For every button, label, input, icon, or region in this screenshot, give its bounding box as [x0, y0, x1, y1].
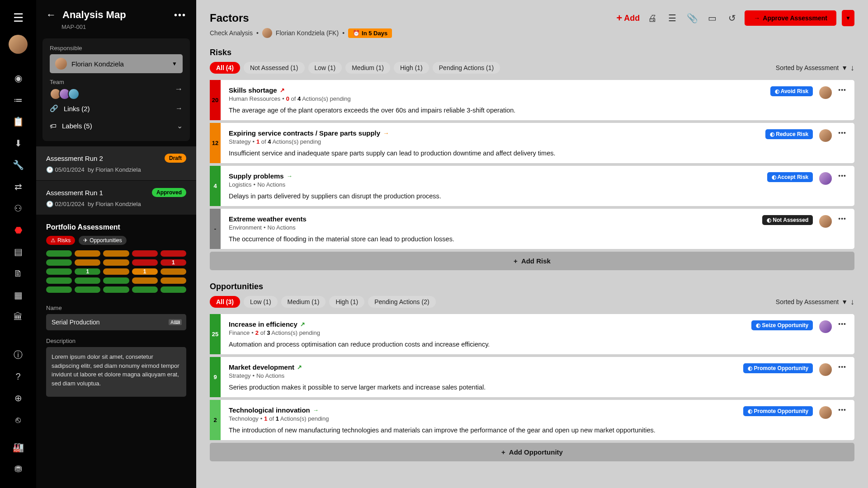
approve-dropdown[interactable]: ▼ — [842, 10, 854, 26]
heatmap-cell[interactable] — [46, 250, 72, 257]
assessment-run[interactable]: Assessment Run 1Approved 🕐 02/01/2024 by… — [36, 181, 196, 215]
help-icon[interactable]: ? — [10, 368, 26, 385]
heatmap-cell[interactable] — [132, 277, 158, 284]
add-opp-button[interactable]: + Add Opportunity — [210, 443, 854, 461]
factor-card[interactable]: - Extreme weather events Environment•No … — [210, 209, 854, 249]
assignee-avatar[interactable] — [819, 172, 832, 185]
filter-chip[interactable]: Medium (1) — [345, 62, 390, 74]
checklist-icon[interactable]: ☰ — [665, 11, 679, 25]
heatmap-cell[interactable] — [103, 250, 129, 257]
filter-chip[interactable]: High (1) — [394, 62, 429, 74]
sort-control[interactable]: Sorted by Assessment ▼ ↓ — [776, 63, 854, 73]
factor-card[interactable]: 20 Skills shortage ↗ Human Ressources•0 … — [210, 80, 854, 120]
heatmap-cell[interactable] — [160, 286, 186, 293]
assignee-avatar[interactable] — [819, 215, 832, 228]
filter-chip[interactable]: High (1) — [329, 296, 364, 308]
responsible-select[interactable]: Florian Kondziela ▼ — [50, 54, 183, 73]
assignee-avatar[interactable] — [819, 406, 832, 419]
heatmap-cell[interactable] — [103, 259, 129, 266]
heatmap-cell[interactable]: 1 — [160, 259, 186, 266]
factory-icon[interactable]: 🏭 — [10, 439, 26, 455]
heatmap-cell[interactable] — [46, 277, 72, 284]
factor-card[interactable]: 4 Supply problems → Logistics•No Actions… — [210, 166, 854, 206]
assignee-avatar[interactable] — [819, 86, 832, 99]
assignee-avatar[interactable] — [819, 129, 832, 142]
more-icon[interactable]: ••• — [838, 129, 846, 136]
approve-button[interactable]: → Approve Assessment — [745, 10, 836, 26]
table-icon[interactable]: ▦ — [10, 287, 26, 303]
heatmap-cell[interactable] — [75, 259, 100, 266]
history-icon[interactable]: ↺ — [725, 11, 739, 25]
filter-chip[interactable]: All (4) — [210, 62, 240, 74]
team-avatars[interactable] — [50, 88, 175, 100]
action-badge[interactable]: ◐ Avoid Risk — [770, 86, 813, 96]
heatmap-cell[interactable] — [46, 259, 72, 266]
more-icon[interactable]: ••• — [838, 172, 846, 179]
labels-row[interactable]: 🏷 Labels (5) ⌄ — [50, 117, 183, 135]
factor-card[interactable]: 12 Expiring service contracts / Spare pa… — [210, 123, 854, 163]
arrow-right-icon[interactable]: → — [175, 84, 183, 94]
heatmap-cell[interactable] — [103, 286, 129, 293]
more-icon[interactable]: ••• — [838, 215, 846, 222]
filter-chip[interactable]: Low (1) — [244, 296, 278, 308]
heatmap-cell[interactable] — [103, 268, 129, 275]
card-icon[interactable]: ▭ — [705, 11, 719, 25]
database-icon[interactable]: ⛃ — [10, 461, 26, 477]
more-icon[interactable]: ••• — [838, 406, 846, 413]
action-badge[interactable]: ◐ Promote Opportunity — [743, 363, 813, 373]
back-icon[interactable]: ← — [46, 9, 56, 21]
add-button[interactable]: +Add — [616, 12, 640, 24]
links-row[interactable]: 🔗 Links (2) → — [50, 100, 183, 117]
add-risk-button[interactable]: + Add Risk — [210, 252, 854, 270]
action-badge[interactable]: ◐ Accept Risk — [767, 172, 813, 182]
heatmap-cell[interactable] — [75, 250, 100, 257]
menu-icon[interactable]: ☰ — [13, 11, 24, 25]
user-avatar[interactable] — [9, 35, 28, 54]
info-icon[interactable]: ⓘ — [10, 347, 26, 363]
heatmap-cell[interactable]: 1 — [75, 268, 100, 275]
heatmap-cell[interactable] — [46, 268, 72, 275]
action-badge[interactable]: ◐ Seize Opportunity — [751, 320, 813, 330]
more-icon[interactable]: ••• — [838, 320, 846, 328]
wrench-icon[interactable]: 🔧 — [10, 157, 26, 173]
print-icon[interactable]: 🖨 — [645, 11, 660, 25]
library-icon[interactable]: 🏛 — [10, 309, 26, 325]
filter-chip[interactable]: Low (1) — [308, 62, 342, 74]
clipboard-icon[interactable]: 📋 — [10, 113, 26, 130]
action-badge[interactable]: ◐ Promote Opportunity — [743, 406, 813, 416]
shield-icon[interactable]: ⬣ — [10, 222, 26, 238]
filter-chip[interactable]: Medium (1) — [281, 296, 326, 308]
opps-badge[interactable]: ✈ Opportunities — [79, 236, 126, 245]
network-icon[interactable]: ⇄ — [10, 178, 26, 195]
logout-icon[interactable]: ⎋ — [10, 412, 26, 428]
filter-chip[interactable]: All (3) — [210, 296, 240, 308]
heatmap-cell[interactable] — [46, 286, 72, 293]
heatmap-cell[interactable] — [103, 277, 129, 284]
risks-badge[interactable]: ⚠ Risks — [46, 236, 75, 245]
globe-icon[interactable]: ⊕ — [10, 390, 26, 406]
doc-icon[interactable]: ▤ — [10, 244, 26, 260]
factor-card[interactable]: 9 Market development ↗ Strategy•No Actio… — [210, 357, 854, 397]
factor-card[interactable]: 25 Increase in efficiency ↗ Finance•2 of… — [210, 314, 854, 354]
heatmap-cell[interactable] — [132, 250, 158, 257]
heatmap-cell[interactable] — [132, 259, 158, 266]
org-icon[interactable]: ⚇ — [10, 200, 26, 216]
heatmap-cell[interactable] — [75, 277, 100, 284]
action-badge[interactable]: ◐ Reduce Risk — [765, 129, 813, 139]
heatmap-cell[interactable] — [160, 277, 186, 284]
assignee-avatar[interactable] — [819, 320, 832, 333]
name-input[interactable]: Serial ProductionA⌨ — [46, 314, 186, 330]
filter-chip[interactable]: Pending Actions (2) — [368, 296, 435, 308]
action-badge[interactable]: ◐ Not Assessed — [762, 215, 813, 225]
filter-chip[interactable]: Not Assessed (1) — [244, 62, 305, 74]
assignee-avatar[interactable] — [819, 363, 832, 376]
more-icon[interactable]: ••• — [838, 363, 846, 371]
more-icon[interactable]: ••• — [174, 10, 186, 20]
sort-control[interactable]: Sorted by Assessment ▼ ↓ — [776, 297, 854, 307]
more-icon[interactable]: ••• — [838, 86, 846, 94]
file-icon[interactable]: 🗎 — [10, 265, 26, 282]
filter-chip[interactable]: Pending Actions (1) — [433, 62, 500, 74]
download-icon[interactable]: ⬇ — [10, 135, 26, 151]
heatmap-cell[interactable] — [160, 268, 186, 275]
list-icon[interactable]: ≔ — [10, 92, 26, 108]
